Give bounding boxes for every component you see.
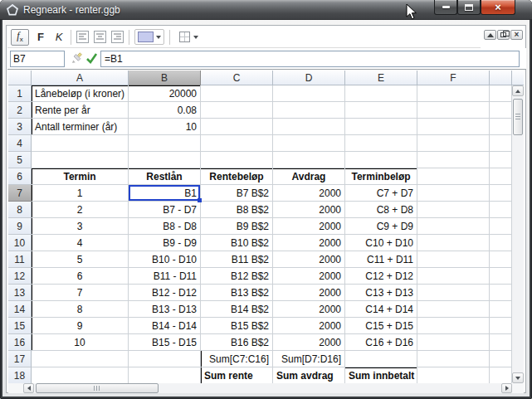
scroll-up-button[interactable] xyxy=(512,85,524,96)
horizontal-scrollbar[interactable] xyxy=(23,383,512,393)
row-header-12[interactable]: 12 xyxy=(8,268,32,285)
row-header-8[interactable]: 8 xyxy=(8,202,32,218)
scroll-down-button[interactable] xyxy=(512,372,524,383)
cell-A17[interactable] xyxy=(32,351,129,367)
cell-F11[interactable] xyxy=(417,251,490,268)
row-header-18[interactable]: 18 xyxy=(8,367,32,384)
vertical-scrollbar[interactable] xyxy=(512,85,524,383)
cell-F12[interactable] xyxy=(417,268,490,285)
column-header-partial[interactable] xyxy=(490,71,512,85)
close-button[interactable]: × xyxy=(481,0,515,15)
cell-G11[interactable] xyxy=(490,251,512,268)
cell-G9[interactable] xyxy=(490,218,512,235)
cell-F5[interactable] xyxy=(417,152,490,168)
row-header-17[interactable]: 17 xyxy=(8,351,32,367)
row-header-16[interactable]: 16 xyxy=(8,334,32,351)
column-header-C[interactable]: C xyxy=(201,71,273,85)
cell-B18[interactable] xyxy=(129,367,201,384)
cell-C1[interactable] xyxy=(201,85,273,102)
row-header-4[interactable]: 4 xyxy=(8,135,32,152)
vertical-scrollbar-thumb[interactable] xyxy=(513,99,523,135)
cell-A1[interactable]: Lånebeløp (i kroner) xyxy=(32,85,129,102)
row-header-11[interactable]: 11 xyxy=(8,251,32,268)
cell-G6[interactable] xyxy=(490,168,512,185)
cell-B6[interactable]: Restlån xyxy=(129,168,201,185)
cell-E15[interactable]: C15 + D15 xyxy=(345,318,417,334)
cell-C11[interactable]: B11 B$2 xyxy=(201,251,273,268)
cell-A4[interactable] xyxy=(32,135,129,152)
cell-D9[interactable]: 2000 xyxy=(273,218,345,235)
cell-A16[interactable]: 10 xyxy=(32,334,129,351)
cell-G5[interactable] xyxy=(490,152,512,168)
cell-A6[interactable]: Termin xyxy=(32,168,129,185)
cell-E7[interactable]: C7 + D7 xyxy=(345,185,417,202)
cell-G7[interactable] xyxy=(490,185,512,202)
cell-A14[interactable]: 8 xyxy=(32,301,129,318)
cell-B14[interactable]: B13 - D13 xyxy=(129,301,201,318)
cell-E2[interactable] xyxy=(345,102,417,119)
cell-B4[interactable] xyxy=(129,135,201,152)
row-header-3[interactable]: 3 xyxy=(8,119,32,135)
cell-B2[interactable]: 0.08 xyxy=(129,102,201,119)
column-header-B[interactable]: B xyxy=(129,71,201,85)
cell-C4[interactable] xyxy=(201,135,273,152)
fill-handle[interactable] xyxy=(198,198,202,202)
cell-B3[interactable]: 10 xyxy=(129,119,201,135)
align-right-button[interactable] xyxy=(111,31,124,43)
cell-F3[interactable] xyxy=(417,119,490,135)
scroll-right-button[interactable] xyxy=(501,383,512,393)
cell-A11[interactable]: 5 xyxy=(32,251,129,268)
panel-collapse-button[interactable] xyxy=(484,30,496,40)
cell-A5[interactable] xyxy=(32,152,129,168)
cell-C2[interactable] xyxy=(201,102,273,119)
cell-D5[interactable] xyxy=(273,152,345,168)
grid-corner[interactable] xyxy=(8,71,32,85)
formula-input[interactable] xyxy=(100,51,520,67)
row-header-10[interactable]: 10 xyxy=(8,235,32,251)
row-header-15[interactable]: 15 xyxy=(8,318,32,334)
cell-F6[interactable] xyxy=(417,168,490,185)
cell-F17[interactable] xyxy=(417,351,490,367)
cell-C15[interactable]: B15 B$2 xyxy=(201,318,273,334)
cell-F8[interactable] xyxy=(417,202,490,218)
cell-B16[interactable]: B15 - D15 xyxy=(129,334,201,351)
cell-C13[interactable]: B13 B$2 xyxy=(201,285,273,301)
cell-E5[interactable] xyxy=(345,152,417,168)
cell-D4[interactable] xyxy=(273,135,345,152)
scroll-left-button[interactable] xyxy=(23,383,34,393)
cell-E13[interactable]: C13 + D13 xyxy=(345,285,417,301)
cell-E18[interactable]: Sum innbetalt xyxy=(345,367,417,384)
cell-C5[interactable] xyxy=(201,152,273,168)
titlebar[interactable]: Regneark - renter.ggb × xyxy=(0,0,532,20)
show-input-bar-button[interactable]: fx xyxy=(11,29,29,46)
cell-D12[interactable]: 2000 xyxy=(273,268,345,285)
cell-E11[interactable]: C11 + D11 xyxy=(345,251,417,268)
cell-B1[interactable]: 20000 xyxy=(129,85,201,102)
cell-E8[interactable]: C8 + D8 xyxy=(345,202,417,218)
column-header-A[interactable]: A xyxy=(32,71,129,85)
cell-B13[interactable]: B12 - D12 xyxy=(129,285,201,301)
cell-F2[interactable] xyxy=(417,102,490,119)
cell-C6[interactable]: Rentebeløp xyxy=(201,168,273,185)
minimize-button[interactable] xyxy=(434,0,457,15)
cell-G12[interactable] xyxy=(490,268,512,285)
horizontal-scrollbar-thumb[interactable] xyxy=(36,383,159,393)
cell-G2[interactable] xyxy=(490,102,512,119)
row-header-2[interactable]: 2 xyxy=(8,102,32,119)
apply-check-icon[interactable] xyxy=(85,52,98,64)
cell-F13[interactable] xyxy=(417,285,490,301)
cell-E1[interactable] xyxy=(345,85,417,102)
cell-F18[interactable] xyxy=(417,367,490,384)
cell-G13[interactable] xyxy=(490,285,512,301)
cell-F14[interactable] xyxy=(417,301,490,318)
cell-A3[interactable]: Antall terminer (år) xyxy=(32,119,129,135)
cell-B17[interactable] xyxy=(129,351,201,367)
bold-button[interactable]: F xyxy=(34,29,47,46)
align-center-button[interactable] xyxy=(94,31,106,43)
cell-G4[interactable] xyxy=(490,135,512,152)
cell-E6[interactable]: Terminbeløp xyxy=(345,168,417,185)
cell-F10[interactable] xyxy=(417,235,490,251)
cell-D15[interactable]: 2000 xyxy=(273,318,345,334)
row-header-14[interactable]: 14 xyxy=(8,301,32,318)
row-header-13[interactable]: 13 xyxy=(8,285,32,301)
